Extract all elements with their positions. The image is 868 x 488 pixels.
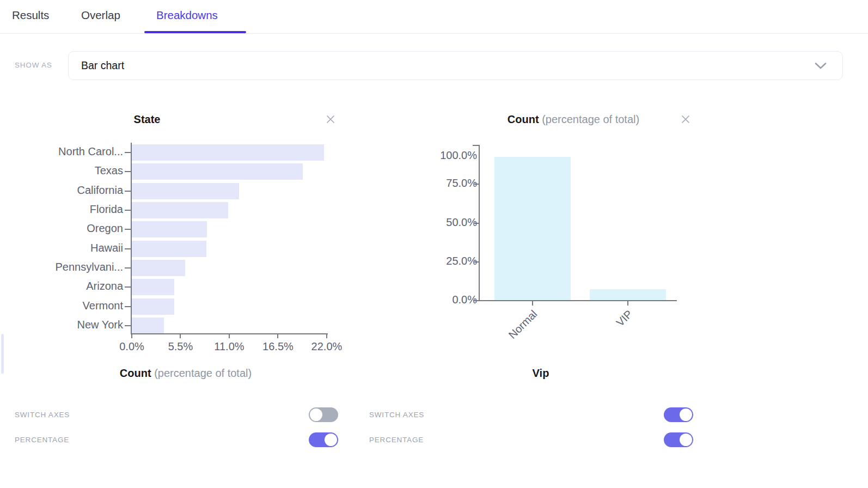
bar-vermont[interactable] [132, 298, 174, 315]
y-axis-tick [125, 306, 131, 307]
x-axis-title-sub: (percentage of total) [154, 367, 252, 379]
y-axis-tick-label: 0.0% [357, 294, 477, 306]
y-axis-label: North Carol... [5, 145, 123, 158]
y-axis-label: Texas [5, 164, 123, 177]
x-axis-line [473, 300, 677, 301]
toggle-knob [680, 408, 692, 421]
y-axis-line [131, 143, 132, 334]
right-chart-title: Count (percentage of total) [464, 112, 682, 126]
y-axis-tick [473, 145, 480, 146]
y-axis-label: Pennsylvani... [5, 261, 123, 273]
right-switch-axes-toggle[interactable] [664, 407, 693, 422]
x-axis-tick [627, 301, 628, 306]
tabs-bar: Results Overlap Breakdowns [0, 0, 868, 34]
y-axis-tick-label: 25.0% [357, 255, 477, 267]
y-axis-tick [125, 267, 131, 269]
close-right-chart-button[interactable] [680, 113, 692, 125]
y-axis-tick [125, 191, 131, 192]
close-icon [680, 113, 692, 125]
y-axis-label: Vermont [5, 300, 123, 312]
tab-breakdowns[interactable]: Breakdowns [156, 9, 218, 22]
x-axis-title-main: Count [120, 367, 151, 379]
chart-type-value: Bar chart [81, 52, 124, 80]
close-icon [325, 113, 337, 125]
toggle-knob [680, 434, 692, 446]
bar-california[interactable] [132, 183, 239, 199]
y-axis-label: New York [5, 319, 123, 331]
y-axis-tick [125, 171, 131, 172]
active-tab-underline [144, 31, 246, 33]
bar-pennsylvani[interactable] [132, 260, 185, 276]
left-chart-title: State [93, 112, 201, 126]
chevron-down-icon [814, 62, 827, 70]
x-axis-title-main: Vip [533, 367, 549, 379]
left-chart-title-text: State [134, 113, 161, 125]
show-as-label: SHOW AS [15, 61, 52, 69]
chart-type-select[interactable]: Bar chart [68, 51, 843, 80]
x-axis-category-label: Normal [473, 307, 540, 375]
toggle-knob [310, 408, 322, 421]
tab-results[interactable]: Results [12, 9, 49, 22]
switch-axes-label: SWITCH AXES [369, 411, 424, 419]
y-axis-tick [125, 210, 131, 211]
left-switch-axes-toggle[interactable] [309, 407, 338, 422]
toggle-knob [325, 434, 337, 446]
bar-hawaii[interactable] [132, 241, 206, 257]
x-axis-tick-label: 22.0% [294, 340, 359, 353]
bar-normal[interactable] [494, 157, 571, 301]
y-axis-tick-label: 50.0% [357, 216, 477, 229]
y-axis-label: Florida [5, 203, 123, 216]
y-axis-label: California [5, 184, 123, 197]
close-left-chart-button[interactable] [325, 113, 337, 125]
x-axis-tick [532, 301, 533, 306]
y-axis-tick [125, 229, 131, 230]
x-axis-tick [131, 334, 132, 338]
left-percentage-toggle[interactable] [309, 432, 338, 447]
right-chart-title-sub: (percentage of total) [542, 113, 639, 125]
scroll-indicator[interactable] [1, 334, 4, 374]
bar-florida[interactable] [132, 202, 228, 218]
breakdowns-page: Results Overlap Breakdowns SHOW AS Bar c… [0, 0, 868, 488]
x-axis-tick [229, 334, 230, 338]
x-axis-category-label: VIP [568, 307, 635, 375]
bar-oregon[interactable] [132, 221, 207, 237]
y-axis-tick [125, 286, 131, 288]
y-axis-label: Arizona [5, 280, 123, 292]
bar-northcarol[interactable] [132, 144, 324, 161]
y-axis-tick [125, 325, 131, 326]
right-chart-title-main: Count [508, 113, 539, 125]
y-axis-tick-label: 100.0% [357, 149, 477, 162]
x-axis-tick [277, 334, 278, 338]
right-percentage-toggle[interactable] [664, 432, 693, 447]
y-axis-label: Hawaii [5, 242, 123, 254]
bar-arizona[interactable] [132, 279, 174, 295]
x-axis-tick [180, 334, 181, 338]
y-axis-tick-label: 75.0% [357, 177, 477, 190]
bar-newyork[interactable] [132, 318, 164, 334]
y-axis-tick [125, 152, 131, 153]
tab-overlap[interactable]: Overlap [81, 9, 120, 22]
left-chart-x-axis-title: Count (percentage of total) [77, 366, 295, 380]
percentage-label: PERCENTAGE [15, 436, 69, 444]
y-axis-tick [125, 248, 131, 249]
right-chart-x-axis-title: Vip [432, 366, 650, 380]
bar-vip[interactable] [590, 289, 666, 301]
y-axis-label: Oregon [5, 222, 123, 235]
percentage-label: PERCENTAGE [369, 436, 424, 444]
x-axis-tick [326, 334, 327, 338]
bar-texas[interactable] [132, 163, 303, 180]
switch-axes-label: SWITCH AXES [15, 411, 70, 419]
